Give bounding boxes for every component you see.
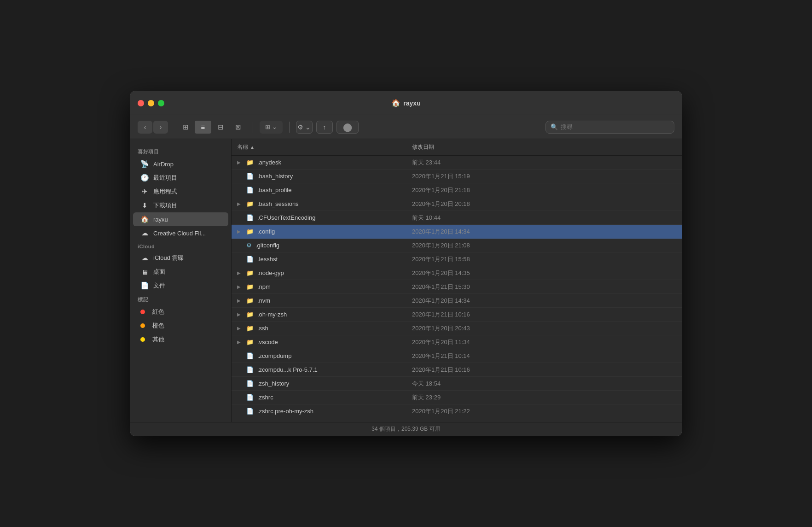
file-name-label: .zshrc.pre-oh-my-zsh bbox=[257, 408, 313, 415]
expand-arrow-icon[interactable]: ▶ bbox=[237, 284, 243, 289]
file-name-label: .bash_history bbox=[257, 173, 293, 180]
expand-arrow-icon[interactable]: ▶ bbox=[237, 340, 243, 345]
expand-arrow-icon[interactable]: ▶ bbox=[237, 298, 243, 303]
sidebar-item-documents-label: 文件 bbox=[153, 281, 165, 290]
sidebar-item-apps[interactable]: ✈ 應用程式 bbox=[133, 185, 228, 199]
table-row[interactable]: 📄 .zsh_history 今天 18:54 bbox=[232, 377, 682, 391]
folder-icon: 📁 bbox=[246, 297, 254, 304]
sidebar-item-rayxu[interactable]: 🏠 rayxu bbox=[133, 212, 228, 226]
sidebar-item-creative-cloud[interactable]: ☁ Creative Cloud Fil... bbox=[133, 226, 228, 240]
table-row[interactable]: ▶ 📁 .oh-my-zsh 2020年1月21日 10:16 bbox=[232, 308, 682, 322]
file-name-label: .anydesk bbox=[257, 159, 281, 166]
table-row[interactable]: ⚙ .gitconfig 2020年1月20日 21:08 bbox=[232, 239, 682, 252]
file-name-label: .node-gyp bbox=[257, 269, 284, 276]
sidebar-item-airdrop[interactable]: 📡 AirDrop bbox=[133, 157, 228, 171]
gallery-view-button[interactable]: ⊠ bbox=[230, 121, 246, 134]
file-name-label: .vscode bbox=[257, 339, 278, 345]
sidebar-item-tag-yellow[interactable]: 其他 bbox=[133, 333, 228, 346]
table-row[interactable]: 📄 .lesshst 2020年1月21日 15:58 bbox=[232, 252, 682, 266]
file-name: ▶ 📁 .config bbox=[232, 228, 406, 235]
sidebar-item-icloud-drive-label: iCloud 雲碟 bbox=[153, 254, 184, 262]
file-name-label: .ssh bbox=[257, 325, 268, 332]
table-row[interactable]: 📄 .zcompdu...k Pro-5.7.1 2020年1月21日 10:1… bbox=[232, 363, 682, 377]
file-name: 📄 .lesshst bbox=[232, 256, 406, 263]
file-icon: 📄 bbox=[246, 394, 254, 401]
folder-icon: 📁 bbox=[246, 200, 254, 207]
view-group-button[interactable]: ⊞ ⌄ bbox=[261, 122, 282, 133]
file-date: 2020年1月20日 11:34 bbox=[406, 338, 682, 346]
gear-button[interactable]: ⚙ ⌄ bbox=[296, 121, 313, 134]
file-date: 2020年1月21日 10:14 bbox=[406, 352, 682, 360]
file-date: 2020年1月20日 14:34 bbox=[406, 228, 682, 236]
table-row[interactable]: ▶ 📁 .vscode 2020年1月20日 11:34 bbox=[232, 335, 682, 349]
file-date: 2020年1月21日 10:16 bbox=[406, 366, 682, 374]
table-row[interactable]: ▶ 📁 .node-gyp 2020年1月20日 14:35 bbox=[232, 266, 682, 280]
file-icon: 📄 bbox=[246, 173, 254, 180]
sidebar-item-recents[interactable]: 🕐 最近項目 bbox=[133, 171, 228, 185]
folder-icon: 📁 bbox=[246, 159, 254, 166]
file-date: 2020年1月20日 21:22 bbox=[406, 407, 682, 416]
file-name-label: .bash_sessions bbox=[257, 200, 299, 207]
sidebar-item-tag-red[interactable]: 紅色 bbox=[133, 305, 228, 319]
sidebar-item-tag-orange[interactable]: 橙色 bbox=[133, 319, 228, 333]
expand-arrow-icon[interactable]: ▶ bbox=[237, 326, 243, 331]
file-date: 2020年1月20日 21:18 bbox=[406, 186, 682, 194]
folder-icon: 📁 bbox=[246, 269, 254, 276]
table-row[interactable]: ▶ 📁 .npm 2020年1月21日 15:30 bbox=[232, 280, 682, 294]
tag-yellow-label: 其他 bbox=[152, 335, 164, 344]
table-row[interactable]: 📄 .bash_history 2020年1月21日 15:19 bbox=[232, 170, 682, 183]
minimize-button[interactable] bbox=[148, 100, 154, 106]
title-folder-icon: 🏠 bbox=[391, 99, 400, 107]
view-group: ⊞ ⌄ bbox=[260, 121, 283, 134]
sidebar-item-apps-label: 應用程式 bbox=[153, 187, 177, 196]
column-name-header[interactable]: 名稱 ▲ bbox=[232, 143, 406, 151]
file-name-label: .zsh_history bbox=[257, 380, 289, 387]
sidebar-item-desktop[interactable]: 🖥 桌面 bbox=[133, 265, 228, 279]
file-date: 2020年1月21日 15:19 bbox=[406, 172, 682, 181]
file-name-label: .zshrc bbox=[257, 394, 273, 401]
table-row[interactable]: ▶ 📁 .ssh 2020年1月20日 20:43 bbox=[232, 322, 682, 335]
folder-icon: 📁 bbox=[246, 311, 254, 318]
folder-icon: 📁 bbox=[246, 325, 254, 332]
search-input[interactable] bbox=[561, 123, 669, 130]
file-name: ⚙ .gitconfig bbox=[232, 242, 406, 249]
table-row[interactable]: ▶ 📁 .config 2020年1月20日 14:34 bbox=[232, 225, 682, 239]
expand-arrow-icon[interactable]: ▶ bbox=[237, 270, 243, 275]
table-row[interactable]: ▶ 📁 .anydesk 前天 23:44 bbox=[232, 156, 682, 170]
file-icon: 📄 bbox=[246, 366, 254, 373]
forward-button[interactable]: › bbox=[153, 121, 168, 134]
file-name: 📄 .CFUserTextEncoding bbox=[232, 214, 406, 221]
table-row[interactable]: ▶ 📁 .nvm 2020年1月20日 14:34 bbox=[232, 294, 682, 308]
icloud-drive-icon: ☁ bbox=[140, 254, 149, 262]
table-row[interactable]: ▶ 📁 .bash_sessions 2020年1月20日 20:18 bbox=[232, 197, 682, 211]
traffic-lights bbox=[138, 100, 164, 106]
expand-arrow-icon[interactable]: ▶ bbox=[237, 201, 243, 206]
file-date: 2020年1月21日 15:30 bbox=[406, 283, 682, 291]
file-name-label: .nvm bbox=[257, 297, 270, 304]
icloud-label: iCloud bbox=[130, 240, 231, 251]
share-button[interactable]: ↑ bbox=[316, 121, 333, 134]
expand-arrow-icon[interactable]: ▶ bbox=[237, 229, 243, 234]
search-icon: 🔍 bbox=[551, 123, 558, 130]
sidebar-item-downloads[interactable]: ⬇ 下載項目 bbox=[133, 199, 228, 212]
titlebar: 🏠 rayxu bbox=[130, 91, 682, 115]
sidebar-item-icloud-drive[interactable]: ☁ iCloud 雲碟 bbox=[133, 251, 228, 265]
column-date-header[interactable]: 修改日期 bbox=[406, 143, 682, 151]
expand-arrow-icon[interactable]: ▶ bbox=[237, 312, 243, 317]
icon-view-button[interactable]: ⊞ bbox=[177, 121, 194, 134]
tag-button[interactable]: ⬤ bbox=[336, 121, 359, 134]
table-row[interactable]: 📄 .bash_profile 2020年1月20日 21:18 bbox=[232, 183, 682, 197]
back-button[interactable]: ‹ bbox=[138, 121, 152, 134]
folder-icon: 📁 bbox=[246, 283, 254, 290]
table-row[interactable]: 📄 .zshrc 前天 23:29 bbox=[232, 391, 682, 404]
sidebar-item-documents[interactable]: 📄 文件 bbox=[133, 279, 228, 293]
table-row[interactable]: 📄 .zshrc.pre-oh-my-zsh 2020年1月20日 21:22 bbox=[232, 404, 682, 418]
table-row[interactable]: 📄 .zcompdump 2020年1月21日 10:14 bbox=[232, 349, 682, 363]
column-view-button[interactable]: ⊟ bbox=[212, 121, 229, 134]
close-button[interactable] bbox=[138, 100, 144, 106]
fullscreen-button[interactable] bbox=[158, 100, 164, 106]
list-view-button[interactable]: ≡ bbox=[195, 121, 211, 134]
table-row[interactable]: 📄 .CFUserTextEncoding 前天 10:44 bbox=[232, 211, 682, 225]
file-date: 2020年1月20日 14:34 bbox=[406, 297, 682, 305]
expand-arrow-icon[interactable]: ▶ bbox=[237, 160, 243, 165]
